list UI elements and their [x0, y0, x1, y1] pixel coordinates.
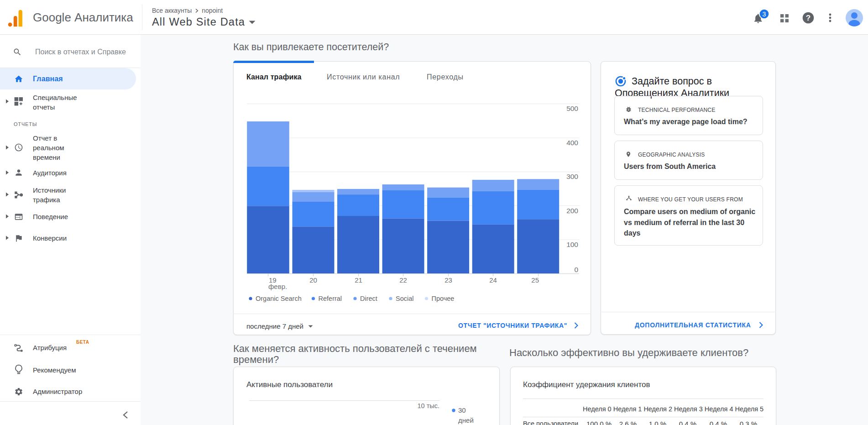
svg-text:500: 500 [566, 105, 578, 112]
svg-text:Direct: Direct [360, 295, 377, 302]
svg-text:400: 400 [566, 139, 578, 147]
svg-text:3: 3 [763, 10, 766, 18]
svg-text:100: 100 [566, 241, 578, 248]
svg-text:300: 300 [566, 173, 578, 180]
svg-text:200: 200 [566, 207, 578, 215]
svg-text:25: 25 [531, 276, 539, 284]
svg-text:24: 24 [489, 276, 497, 284]
svg-text:Прочее: Прочее [432, 295, 455, 302]
svg-text:23: 23 [444, 276, 452, 284]
svg-text:Organic Search: Organic Search [256, 295, 302, 302]
svg-text:?: ? [806, 14, 810, 22]
svg-text:20: 20 [309, 276, 317, 284]
svg-text:Social: Social [396, 295, 414, 302]
svg-text:22: 22 [399, 276, 407, 284]
svg-text:февр.: февр. [268, 283, 287, 290]
svg-text:Referral: Referral [319, 295, 342, 302]
svg-text:0: 0 [574, 266, 578, 273]
svg-text:21: 21 [355, 276, 362, 284]
